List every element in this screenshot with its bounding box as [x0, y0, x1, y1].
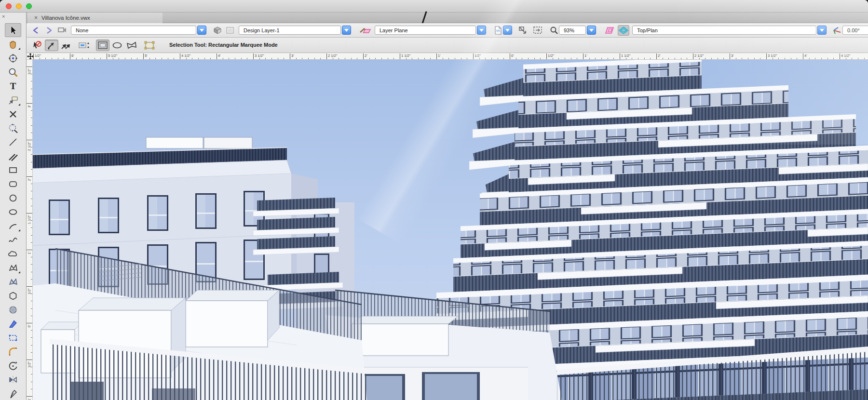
document-tab[interactable]: × Villanova Icône.vwx — [27, 13, 163, 23]
interactive-scaling-mode-icon[interactable] — [143, 40, 157, 51]
zoom-tool[interactable] — [5, 65, 21, 79]
selection-tool[interactable] — [5, 23, 21, 37]
pan-tool[interactable] — [5, 37, 21, 51]
move-to-plane-icon[interactable] — [358, 25, 373, 36]
fit-to-objects-icon[interactable] — [517, 25, 529, 36]
double-line-tool[interactable] — [5, 149, 21, 163]
deform-tool[interactable] — [5, 121, 21, 135]
plane-select[interactable]: Layer Plane — [375, 26, 476, 35]
rectangular-marquee-mode-icon[interactable] — [96, 40, 109, 51]
tab-close-icon[interactable]: × — [34, 15, 38, 21]
polygon-tool[interactable] — [5, 261, 21, 275]
delete-tool[interactable] — [5, 107, 21, 121]
line-tool[interactable] — [5, 135, 21, 149]
layer-dropdown-button[interactable] — [342, 26, 351, 35]
clip-cube-tool[interactable] — [5, 331, 21, 345]
mirror-tool[interactable] — [5, 373, 21, 387]
back-arrow-icon[interactable] — [30, 25, 42, 36]
circle-tool[interactable] — [5, 191, 21, 205]
arc-tool[interactable] — [5, 219, 21, 233]
axes-indicator-icon — [831, 25, 842, 36]
angle-field[interactable]: 0.00° — [842, 26, 868, 35]
tool-status-text: Selection Tool: Rectangular Marquee Mode — [169, 42, 278, 48]
rectangle-tool[interactable] — [5, 163, 21, 177]
layers-cube-icon[interactable] — [212, 25, 223, 36]
zoom-window-button[interactable] — [26, 3, 32, 9]
saved-views-icon[interactable] — [56, 25, 68, 36]
ruler-origin-icon[interactable] — [27, 53, 34, 60]
fillet-tool[interactable] — [5, 345, 21, 359]
text-tool[interactable]: T — [5, 79, 21, 93]
document-dropdown-button[interactable] — [503, 26, 512, 35]
drawing-area[interactable]: 1/2"3'2 1/2"2'1 1/2"1'1/2"0'1/2"1' — [27, 60, 868, 400]
oval-tool[interactable] — [5, 205, 21, 219]
document-page-icon[interactable] — [492, 25, 504, 36]
vertical-ruler: 1/2"3'2 1/2"2'1 1/2"1'1/2"0'1/2"1' — [27, 60, 33, 400]
selection-plane-icon[interactable] — [604, 25, 616, 36]
pen-nib-tool[interactable] — [5, 387, 21, 400]
viewport-frame-icon[interactable] — [224, 25, 236, 36]
tool-palette: T — [0, 22, 27, 400]
tab-title: Villanova Icône.vwx — [41, 15, 90, 21]
view-dropdown-button[interactable] — [817, 26, 827, 35]
multiple-pick-mode-icon[interactable] — [59, 40, 73, 51]
drawing-canvas[interactable] — [27, 60, 868, 400]
freehand-tool[interactable] — [5, 233, 21, 247]
dimension-tool[interactable] — [5, 93, 21, 107]
titlebar[interactable] — [0, 0, 868, 13]
3d-polygon-tool[interactable] — [5, 275, 21, 289]
view-select[interactable]: Top/Plan — [632, 26, 816, 35]
minimize-window-button[interactable] — [16, 3, 22, 9]
saved-view-select[interactable]: None — [71, 26, 196, 35]
horizontal-ruler: 1/2"6'5 1/2"5'4 1/2"4'3 1/2"3'2 1/2"2'1 … — [27, 53, 868, 60]
fit-to-page-icon[interactable] — [532, 25, 543, 36]
disabled-pick-mode-icon[interactable] — [30, 40, 44, 51]
zoom-dropdown-button[interactable] — [587, 26, 596, 35]
rounded-rectangle-tool[interactable] — [5, 177, 21, 191]
rotate-tool[interactable] — [5, 359, 21, 373]
spline-pen-tool[interactable] — [5, 317, 21, 331]
forward-arrow-icon[interactable] — [43, 25, 54, 36]
design-layer-select[interactable]: Design Layer-1 — [239, 26, 341, 35]
traffic-lights — [6, 3, 32, 9]
palette-close-icon[interactable]: × — [2, 13, 5, 19]
tool-mode-bar: Selection Tool: Rectangular Marquee Mode — [27, 38, 868, 53]
svg-text:T: T — [10, 81, 16, 91]
palette-header: × — [0, 13, 27, 22]
unified-view-icon[interactable] — [618, 25, 629, 36]
saved-view-dropdown-button[interactable] — [197, 26, 206, 35]
tab-bar: × Villanova Icône.vwx — [27, 13, 868, 23]
zoom-level-field[interactable]: 93% — [559, 26, 586, 35]
pick-mode-icon[interactable] — [45, 40, 58, 51]
close-window-button[interactable] — [6, 3, 12, 9]
lasso-marquee-mode-icon[interactable] — [110, 40, 124, 51]
vectorworks-window: × Villanova Icône.vwx × None Design Laye… — [0, 0, 868, 400]
flyover-tool[interactable] — [5, 51, 21, 65]
regular-polygon-tool[interactable] — [5, 289, 21, 303]
sphere-tool[interactable] — [5, 303, 21, 317]
plane-dropdown-button[interactable] — [477, 26, 486, 35]
polyline-tool[interactable] — [5, 247, 21, 261]
polygon-marquee-mode-icon[interactable] — [125, 40, 138, 51]
zoom-magnifier-icon[interactable] — [548, 25, 560, 36]
view-toolbar: None Design Layer-1 Layer Plane — [27, 23, 868, 38]
marquee-options-icon[interactable] — [78, 40, 91, 51]
